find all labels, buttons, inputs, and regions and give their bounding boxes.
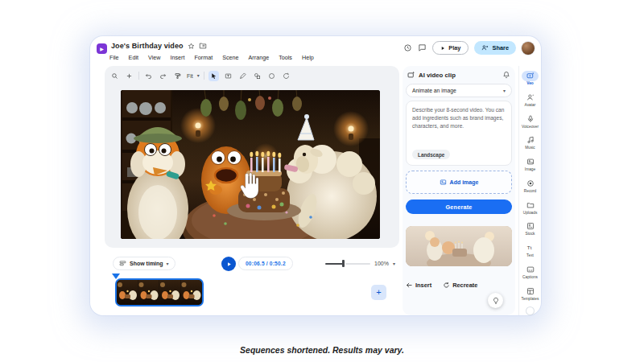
editor-canvas: Fit ▾: [105, 66, 399, 248]
move-folder-icon[interactable]: [199, 42, 207, 50]
sidebar-item-avatar[interactable]: Avatar: [519, 89, 542, 111]
insert-button[interactable]: Insert: [406, 282, 431, 289]
sidebar-item-text[interactable]: Tt Text: [519, 240, 542, 261]
menu-insert[interactable]: Insert: [168, 53, 186, 62]
title-row: Joe's Birthday video: [111, 42, 207, 50]
document-title[interactable]: Joe's Birthday video: [111, 42, 184, 50]
menu-format[interactable]: Format: [192, 53, 214, 62]
ai-clip-panel: AI video clip Animate an image ▾ Describ…: [402, 66, 515, 315]
show-timing-dropdown[interactable]: Show timing ▾: [113, 257, 175, 270]
rotate-icon: [283, 72, 290, 80]
share-button[interactable]: Share: [474, 41, 516, 55]
show-timing-label: Show timing: [130, 261, 163, 266]
play-icon: [440, 46, 445, 51]
zoom-caret-icon: ▾: [393, 261, 395, 266]
generated-thumbnail-art: [406, 226, 512, 266]
rotate-tool-button[interactable]: [281, 71, 291, 81]
sidebar-item-label: Text: [526, 254, 534, 258]
sidebar-item-captions[interactable]: Captions: [519, 261, 542, 283]
plus-icon: +: [376, 288, 381, 297]
media-sidebar: Veo Avatar Voiceover Music Image Record …: [518, 66, 541, 315]
recreate-label: Recreate: [452, 282, 477, 289]
mode-select-caret-icon: ▾: [503, 88, 506, 93]
redo-button[interactable]: [158, 71, 168, 81]
icon-wrap: [522, 113, 539, 124]
add-image-label: Add image: [450, 179, 479, 185]
sidebar-item-templates[interactable]: Templates: [519, 282, 542, 304]
zoom-slider-handle[interactable]: [342, 260, 345, 267]
avatar-icon: [526, 93, 535, 101]
undo-icon: [145, 72, 152, 80]
prompt-input[interactable]: Describe your 8-second video. You can ad…: [406, 101, 512, 166]
icon-wrap: Tt: [522, 243, 539, 253]
add-button[interactable]: [124, 71, 134, 81]
ai-panel-title: AI video clip: [419, 72, 499, 79]
undo-button[interactable]: [143, 71, 154, 81]
sidebar-item-label: Templates: [522, 298, 539, 302]
timeline-play-button[interactable]: [221, 257, 236, 271]
add-scene-button[interactable]: +: [371, 285, 386, 300]
mode-select-value: Animate an image: [412, 88, 503, 93]
text-icon: Tt: [526, 244, 535, 252]
menu-view[interactable]: View: [147, 53, 162, 62]
icon-wrap: [522, 157, 539, 167]
paint-format-button[interactable]: [172, 71, 183, 81]
result-actions: Insert Recreate: [406, 280, 512, 290]
circle-tool-button[interactable]: [266, 71, 277, 81]
image-icon: [526, 158, 535, 166]
generated-clip-thumbnail[interactable]: [406, 226, 512, 266]
sidebar-item-label: Captions: [522, 276, 538, 280]
sidebar-item-music[interactable]: Music: [519, 132, 542, 154]
star-icon[interactable]: [188, 43, 195, 50]
sidebar-item-veo[interactable]: Veo: [519, 68, 542, 89]
sidebar-item-label: Stock: [526, 232, 535, 237]
pen-tool-button[interactable]: [237, 71, 248, 81]
search-menus-button[interactable]: [109, 71, 120, 81]
recreate-button[interactable]: Recreate: [443, 282, 477, 289]
pen-icon: [239, 72, 246, 80]
tips-button[interactable]: [488, 293, 503, 308]
menu-file[interactable]: File: [108, 53, 121, 62]
sidebar-item-uploads[interactable]: Uploads: [519, 196, 542, 218]
sidebar-item-label: Uploads: [523, 212, 538, 216]
menu-edit[interactable]: Edit: [127, 53, 140, 62]
play-button[interactable]: Play: [432, 41, 469, 55]
menu-help[interactable]: Help: [300, 53, 316, 62]
mode-select[interactable]: Animate an image ▾: [406, 84, 512, 97]
search-icon: [111, 72, 118, 80]
uploads-icon: [526, 201, 535, 209]
sidebar-item-stock[interactable]: Stock: [519, 218, 542, 240]
bell-icon[interactable]: [502, 71, 510, 79]
music-icon: [526, 136, 535, 144]
comment-icon[interactable]: [418, 43, 427, 52]
aspect-ratio-chip[interactable]: Landscape: [412, 150, 450, 159]
zoom-slider[interactable]: [325, 260, 370, 267]
sidebar-item-voiceover[interactable]: Voiceover: [519, 110, 542, 132]
zoom-slider-track: [345, 263, 370, 265]
circle-icon: [268, 72, 275, 80]
icon-wrap: [522, 264, 539, 274]
menu-tools[interactable]: Tools: [277, 53, 294, 62]
generate-button[interactable]: Generate: [406, 200, 512, 214]
zoom-level-label[interactable]: 100%: [374, 261, 389, 266]
video-preview[interactable]: [121, 90, 380, 239]
menu-scene[interactable]: Scene: [221, 53, 240, 62]
vids-logo-icon: ▶: [97, 43, 107, 54]
add-image-button[interactable]: Add image: [406, 171, 512, 194]
account-avatar[interactable]: [522, 42, 535, 55]
record-icon: [526, 179, 535, 187]
zoom-fit-control[interactable]: Fit: [187, 73, 193, 79]
shapes-icon: [254, 72, 261, 80]
sidebar-item-image[interactable]: Image: [519, 154, 542, 175]
text-box-button[interactable]: [223, 71, 233, 81]
select-tool-button[interactable]: [208, 71, 219, 81]
sidebar-item-record[interactable]: Record: [519, 175, 542, 197]
show-timing-caret-icon: ▾: [167, 261, 169, 266]
shape-tool-button[interactable]: [252, 71, 262, 81]
toolbar: Fit ▾: [109, 69, 291, 82]
menu-arrange[interactable]: Arrange: [247, 53, 271, 62]
timeline-clip-thumbnail[interactable]: [115, 278, 204, 306]
sidebar-item-label: Voiceover: [522, 125, 539, 130]
active-pill: [522, 71, 539, 81]
history-icon[interactable]: [403, 43, 412, 52]
